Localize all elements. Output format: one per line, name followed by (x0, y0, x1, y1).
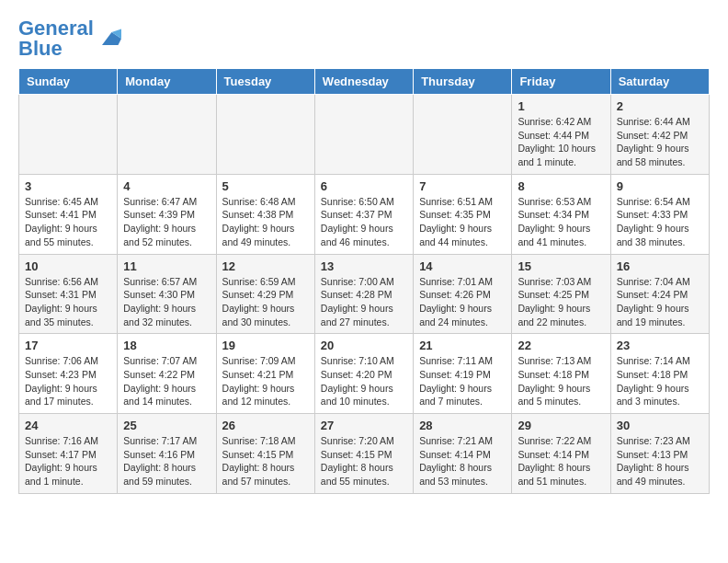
day-number: 27 (321, 419, 407, 432)
day-number: 21 (419, 339, 506, 352)
day-number: 4 (123, 179, 210, 193)
calendar-week-row: 10Sunrise: 6:56 AM Sunset: 4:31 PM Dayli… (19, 254, 710, 334)
day-number: 15 (518, 259, 604, 273)
day-number: 5 (222, 179, 309, 193)
calendar-day-cell: 7Sunrise: 6:51 AM Sunset: 4:35 PM Daylig… (414, 174, 512, 254)
calendar-day-cell (19, 95, 118, 175)
day-info: Sunrise: 7:11 AM Sunset: 4:19 PM Dayligh… (419, 354, 506, 408)
day-number: 9 (617, 179, 703, 193)
weekday-header: Sunday (19, 69, 118, 95)
logo-icon (96, 26, 121, 52)
logo: General Blue (18, 18, 121, 59)
calendar-day-cell: 16Sunrise: 7:04 AM Sunset: 4:24 PM Dayli… (610, 254, 709, 334)
weekday-header: Wednesday (314, 69, 413, 95)
calendar-day-cell (414, 95, 512, 175)
day-info: Sunrise: 6:45 AM Sunset: 4:41 PM Dayligh… (25, 195, 111, 249)
day-number: 25 (123, 419, 210, 432)
day-number: 26 (222, 419, 309, 432)
day-info: Sunrise: 7:03 AM Sunset: 4:25 PM Dayligh… (518, 275, 604, 329)
day-number: 6 (321, 179, 407, 193)
day-number: 28 (419, 419, 506, 432)
day-number: 29 (518, 419, 604, 432)
calendar-day-cell: 29Sunrise: 7:22 AM Sunset: 4:14 PM Dayli… (512, 414, 610, 494)
day-info: Sunrise: 7:21 AM Sunset: 4:14 PM Dayligh… (419, 434, 506, 488)
day-number: 7 (419, 179, 506, 193)
day-number: 20 (321, 339, 407, 352)
day-number: 12 (222, 259, 309, 273)
calendar-day-cell: 30Sunrise: 7:23 AM Sunset: 4:13 PM Dayli… (610, 414, 709, 494)
weekday-header: Tuesday (216, 69, 314, 95)
calendar-day-cell (314, 95, 413, 175)
day-info: Sunrise: 6:44 AM Sunset: 4:42 PM Dayligh… (617, 115, 703, 169)
day-info: Sunrise: 7:06 AM Sunset: 4:23 PM Dayligh… (25, 354, 111, 408)
day-info: Sunrise: 7:18 AM Sunset: 4:15 PM Dayligh… (222, 434, 309, 488)
day-info: Sunrise: 7:23 AM Sunset: 4:13 PM Dayligh… (617, 434, 703, 488)
day-number: 14 (419, 259, 506, 273)
day-number: 13 (321, 259, 407, 273)
calendar-day-cell (216, 95, 314, 175)
day-number: 17 (25, 339, 111, 352)
calendar-day-cell: 27Sunrise: 7:20 AM Sunset: 4:15 PM Dayli… (314, 414, 413, 494)
calendar-day-cell: 9Sunrise: 6:54 AM Sunset: 4:33 PM Daylig… (610, 174, 709, 254)
day-number: 23 (617, 339, 703, 352)
day-info: Sunrise: 7:00 AM Sunset: 4:28 PM Dayligh… (321, 275, 407, 329)
calendar-day-cell: 6Sunrise: 6:50 AM Sunset: 4:37 PM Daylig… (314, 174, 413, 254)
calendar-day-cell: 13Sunrise: 7:00 AM Sunset: 4:28 PM Dayli… (314, 254, 413, 334)
weekday-header: Friday (512, 69, 610, 95)
day-info: Sunrise: 6:47 AM Sunset: 4:39 PM Dayligh… (123, 195, 210, 249)
calendar-table: SundayMondayTuesdayWednesdayThursdayFrid… (18, 68, 710, 494)
day-number: 19 (222, 339, 309, 352)
day-number: 11 (123, 259, 210, 273)
day-info: Sunrise: 7:20 AM Sunset: 4:15 PM Dayligh… (321, 434, 407, 488)
calendar-day-cell: 4Sunrise: 6:47 AM Sunset: 4:39 PM Daylig… (118, 174, 216, 254)
calendar-day-cell: 12Sunrise: 6:59 AM Sunset: 4:29 PM Dayli… (216, 254, 314, 334)
weekday-header: Saturday (610, 69, 709, 95)
day-info: Sunrise: 7:10 AM Sunset: 4:20 PM Dayligh… (321, 354, 407, 408)
day-number: 30 (617, 419, 703, 432)
calendar-day-cell: 20Sunrise: 7:10 AM Sunset: 4:20 PM Dayli… (314, 334, 413, 414)
day-number: 2 (617, 99, 703, 113)
calendar-header-row: SundayMondayTuesdayWednesdayThursdayFrid… (19, 69, 710, 95)
day-number: 18 (123, 339, 210, 352)
weekday-header: Monday (118, 69, 216, 95)
day-number: 3 (25, 179, 111, 193)
day-number: 8 (518, 179, 604, 193)
calendar-day-cell (118, 95, 216, 175)
day-info: Sunrise: 6:51 AM Sunset: 4:35 PM Dayligh… (419, 195, 506, 249)
calendar-day-cell: 3Sunrise: 6:45 AM Sunset: 4:41 PM Daylig… (19, 174, 118, 254)
weekday-header: Thursday (414, 69, 512, 95)
logo-blue: Blue (18, 37, 63, 60)
day-info: Sunrise: 7:01 AM Sunset: 4:26 PM Dayligh… (419, 275, 506, 329)
day-info: Sunrise: 6:56 AM Sunset: 4:31 PM Dayligh… (25, 275, 111, 329)
calendar-day-cell: 23Sunrise: 7:14 AM Sunset: 4:18 PM Dayli… (610, 334, 709, 414)
calendar-week-row: 3Sunrise: 6:45 AM Sunset: 4:41 PM Daylig… (19, 174, 710, 254)
calendar-day-cell: 26Sunrise: 7:18 AM Sunset: 4:15 PM Dayli… (216, 414, 314, 494)
calendar-week-row: 17Sunrise: 7:06 AM Sunset: 4:23 PM Dayli… (19, 334, 710, 414)
day-info: Sunrise: 6:57 AM Sunset: 4:30 PM Dayligh… (123, 275, 210, 329)
calendar-day-cell: 22Sunrise: 7:13 AM Sunset: 4:18 PM Dayli… (512, 334, 610, 414)
calendar-day-cell: 11Sunrise: 6:57 AM Sunset: 4:30 PM Dayli… (118, 254, 216, 334)
calendar-day-cell: 2Sunrise: 6:44 AM Sunset: 4:42 PM Daylig… (610, 95, 709, 175)
calendar-day-cell: 19Sunrise: 7:09 AM Sunset: 4:21 PM Dayli… (216, 334, 314, 414)
calendar-day-cell: 17Sunrise: 7:06 AM Sunset: 4:23 PM Dayli… (19, 334, 118, 414)
day-info: Sunrise: 7:22 AM Sunset: 4:14 PM Dayligh… (518, 434, 604, 488)
day-number: 24 (25, 419, 111, 432)
calendar-day-cell: 1Sunrise: 6:42 AM Sunset: 4:44 PM Daylig… (512, 95, 610, 175)
calendar-day-cell: 8Sunrise: 6:53 AM Sunset: 4:34 PM Daylig… (512, 174, 610, 254)
day-info: Sunrise: 6:54 AM Sunset: 4:33 PM Dayligh… (617, 195, 703, 249)
calendar-day-cell: 25Sunrise: 7:17 AM Sunset: 4:16 PM Dayli… (118, 414, 216, 494)
calendar-day-cell: 18Sunrise: 7:07 AM Sunset: 4:22 PM Dayli… (118, 334, 216, 414)
day-info: Sunrise: 7:04 AM Sunset: 4:24 PM Dayligh… (617, 275, 703, 329)
day-info: Sunrise: 7:13 AM Sunset: 4:18 PM Dayligh… (518, 354, 604, 408)
calendar-day-cell: 5Sunrise: 6:48 AM Sunset: 4:38 PM Daylig… (216, 174, 314, 254)
day-info: Sunrise: 7:16 AM Sunset: 4:17 PM Dayligh… (25, 434, 111, 488)
page-header: General Blue (18, 18, 710, 59)
calendar-day-cell: 24Sunrise: 7:16 AM Sunset: 4:17 PM Dayli… (19, 414, 118, 494)
day-info: Sunrise: 7:17 AM Sunset: 4:16 PM Dayligh… (123, 434, 210, 488)
calendar-day-cell: 15Sunrise: 7:03 AM Sunset: 4:25 PM Dayli… (512, 254, 610, 334)
day-info: Sunrise: 6:42 AM Sunset: 4:44 PM Dayligh… (518, 115, 604, 169)
calendar-day-cell: 21Sunrise: 7:11 AM Sunset: 4:19 PM Dayli… (414, 334, 512, 414)
day-number: 22 (518, 339, 604, 352)
day-number: 16 (617, 259, 703, 273)
calendar-day-cell: 14Sunrise: 7:01 AM Sunset: 4:26 PM Dayli… (414, 254, 512, 334)
